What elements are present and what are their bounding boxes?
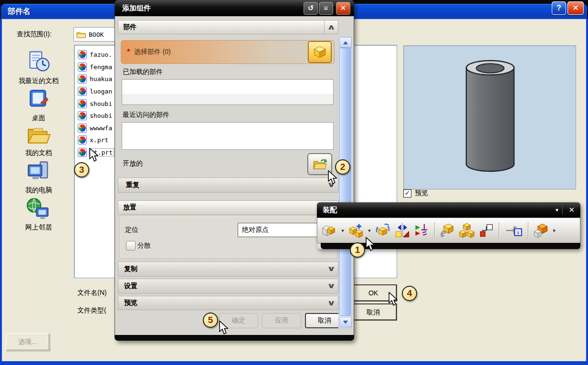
file-type-label: 文件类型( [77,306,106,315]
scroll-down-icon [343,321,348,324]
look-in-value: BOOK [89,31,104,38]
move-component-button[interactable] [374,220,392,240]
mirror-assembly-button[interactable] [393,220,411,240]
sidebar-item-my-documents[interactable]: 我的文档 [10,123,67,157]
section-bar-replicate[interactable]: 复制 ∨ [118,261,338,277]
scroll-thumb[interactable] [339,48,351,316]
add-component-dropdown-icon[interactable]: ▾ [367,228,372,234]
arrangements-button[interactable] [532,220,550,240]
expand-icon[interactable]: ∨ [327,282,336,290]
sidebar-item-recent-documents[interactable]: 我最近的文档 [10,50,67,85]
cancel-button[interactable]: 取消 [350,304,397,320]
callout-1: 1 [350,242,365,258]
part-file-icon [78,136,87,145]
select-part-cube-button[interactable] [308,41,332,63]
place-label: 我的电脑 [10,186,67,195]
expand-icon[interactable]: ∨ [327,299,336,307]
part-file-icon [78,111,87,120]
preview-checkbox[interactable]: ✓ [403,189,411,198]
sidebar-item-my-network-places[interactable]: 网上邻居 [10,198,67,232]
section-header-placement[interactable]: 放置 [118,200,338,215]
loaded-parts-list[interactable] [122,79,334,105]
section-bar-preview[interactable]: 预览 ∨ [118,296,338,310]
mouse-cursor [327,170,337,185]
assembly-report-icon: i [505,223,522,238]
recent-parts-label: 最近访问的部件 [123,111,169,119]
mirror-assembly-icon [395,223,410,238]
open-folder-icon [313,158,327,170]
toolbar-separator [434,222,435,239]
desktop-icon [27,88,51,111]
look-in-label: 查找范围(I): [17,30,52,39]
wave-geometry-linker-button[interactable] [438,220,456,240]
placement-panel: 定位 绝对原点 分散 [120,216,337,259]
find-component-icon [322,223,336,238]
arrangements-icon [533,223,548,238]
wave-geometry-linker-icon [440,223,455,238]
add-component-titlebar: 添加组件 [115,0,354,16]
add-component-title: 添加组件 [115,4,151,13]
window-title: 部件名 [1,7,31,17]
section-bar-settings[interactable]: 设置 ∨ [118,279,338,294]
mouse-cursor [388,292,398,306]
sequence-button[interactable] [477,220,495,240]
callout-2: 2 [335,159,350,175]
scroll-up-button[interactable] [339,37,352,48]
arrangements-dropdown-icon[interactable]: ▾ [551,228,557,234]
positioning-label: 定位 [125,226,138,234]
open-label: 开放的 [123,159,143,168]
dialog-close-button[interactable]: ✕ [336,2,350,15]
mouse-cursor [219,321,228,335]
section-bar-duplicate[interactable]: 重复 ∨ [118,177,338,193]
part-file-icon [78,50,87,59]
callout-3: 3 [74,162,89,177]
sidebar-item-desktop[interactable]: 桌面 [10,88,67,123]
expand-icon[interactable]: ∨ [327,264,336,273]
find-component-dropdown-icon[interactable]: ▾ [340,228,346,234]
toolbar-options-dropdown-icon[interactable]: ▾ [556,207,558,213]
dialog-menu-button[interactable]: ≡ [319,2,333,15]
scatter-checkbox[interactable] [126,241,136,250]
file-name-label: 文件名(N) [77,289,106,297]
dialog-reset-button[interactable]: ↺ [304,2,318,15]
dialog-scrollbar[interactable] [338,36,352,328]
section-header-part[interactable]: 部件 ∧ [118,20,338,34]
options-button: 选项... [6,333,50,351]
sequence-icon [479,223,494,238]
scroll-up-icon [343,41,348,44]
recent-documents-icon [26,50,51,74]
folder-icon [76,31,86,38]
callout-5: 5 [203,313,218,328]
assembly-report-button[interactable]: i [503,220,525,240]
my-computer-icon [26,160,51,183]
preview-checkbox-label: 预览 [415,189,428,198]
check-icon: ✓ [405,189,410,197]
select-part-row[interactable]: * 选择部件 (0) [121,40,335,64]
recent-parts-list[interactable] [122,122,334,150]
add-component-button[interactable] [347,220,365,240]
exploded-views-button[interactable] [458,220,476,240]
part-preview-cylinder [404,46,575,188]
exploded-views-icon [459,223,474,238]
assembly-toolbar-buttons: ▾ ▾ i ▾ [317,218,580,243]
find-component-button[interactable] [320,220,338,240]
add-component-dialog: 部件 ∧ * 选择部件 (0) 已加载的部件 最近访问的部件 开放的 重复 ∨ … [115,0,354,341]
loaded-parts-label: 已加载的部件 [123,68,163,76]
select-part-label: 选择部件 (0) [134,48,171,56]
part-file-icon [78,63,87,72]
help-button[interactable]: ? [552,1,566,15]
part-preview-pane [403,45,576,189]
sidebar-item-my-computer[interactable]: 我的电脑 [10,160,67,195]
scatter-label: 分散 [137,241,151,250]
collapse-icon[interactable]: ∧ [327,23,336,31]
callout-4: 4 [402,286,417,301]
place-label: 我的文档 [10,149,67,157]
move-component-icon [375,223,390,238]
close-button[interactable]: ✕ [567,1,584,15]
part-file-icon [78,74,87,83]
scroll-down-button[interactable] [339,317,352,327]
toolbar-close-icon[interactable]: ✕ [562,206,575,214]
place-label: 网上邻居 [10,223,67,232]
assembly-toolbar-titlebar: 装配 ▾ ✕ [317,202,580,218]
assembly-constraints-button[interactable] [413,220,431,240]
